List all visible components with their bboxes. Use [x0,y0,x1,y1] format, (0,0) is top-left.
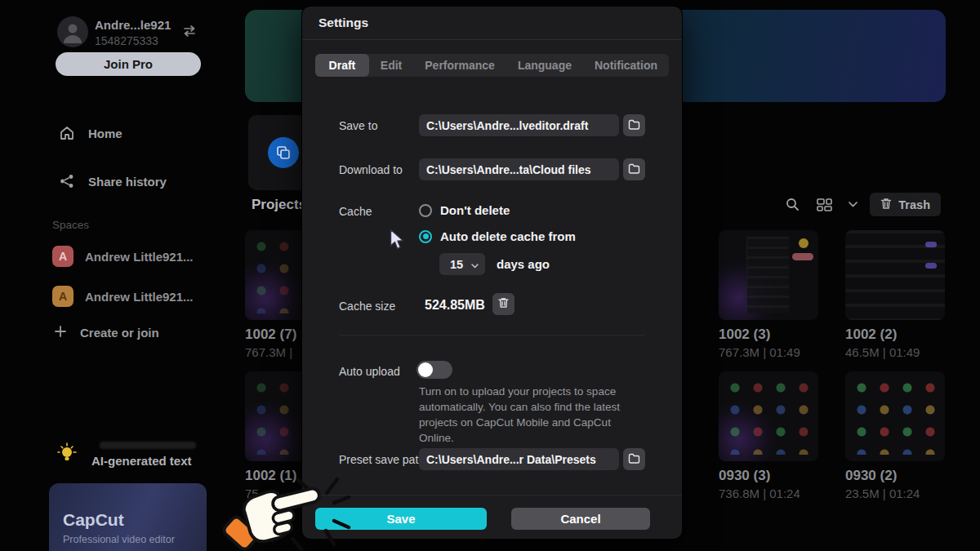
project-name: 1002 (2) [845,327,945,343]
toggle-knob [418,362,433,377]
cache-size-label: Cache size [339,300,395,313]
sidebar-item-share-history[interactable]: Share history [59,173,167,189]
space-badge: A [52,286,74,307]
radio-label: Don't delete [440,203,510,217]
dialog-title: Settings [318,16,368,30]
ai-banner-label: AI-generated text [91,454,255,468]
cache-option-auto-delete[interactable]: Auto delete cache from [419,229,576,243]
user-name: Andre...le921 [95,18,171,32]
tab-language[interactable]: Language [506,54,583,77]
divider [339,335,645,335]
project-name: 0930 (3) [719,468,818,484]
plus-icon [54,325,67,340]
space-name: Andrew Little921... [85,250,194,264]
capcut-brand-card: CapCut Professional video editor [49,483,207,551]
auto-upload-description: Turn on to upload your projects to space… [419,384,644,446]
auto-upload-label: Auto upload [339,365,400,378]
divider [302,39,682,40]
project-thumbnail [845,230,945,320]
cache-label: Cache [339,205,372,218]
search-icon[interactable] [782,194,803,216]
days-suffix-label: days ago [497,257,550,271]
sidebar-item-label: Share history [88,175,167,189]
save-to-label: Save to [339,119,377,132]
project-card[interactable]: 1002 (2) 46.5M | 01:49 [845,230,945,359]
preset-browse-button[interactable] [623,448,645,470]
switch-account-icon[interactable] [181,23,198,39]
sidebar: Andre...le921 1548275333 Join Pro Home S… [0,0,229,551]
trash-icon [498,297,509,312]
project-card[interactable]: 1002 (3) 767.3M | 01:49 [719,230,818,359]
radio-icon [419,204,432,217]
create-or-join-button[interactable]: Create or join [54,325,159,340]
tab-edit[interactable]: Edit [369,54,413,77]
chevron-down-icon[interactable] [847,194,858,216]
share-icon [59,173,75,189]
tab-performance[interactable]: Performance [413,54,506,77]
download-to-input[interactable]: C:\Users\Andre...ta\Cloud files [419,158,619,180]
mouse-cursor-icon [390,229,405,254]
save-to-input[interactable]: C:\Users\Andre...lveditor.draft [419,114,619,136]
clear-cache-button[interactable] [492,293,514,315]
days-dropdown[interactable]: 15 [439,253,485,275]
auto-upload-toggle[interactable] [416,361,452,379]
project-meta: 46.5M | 01:49 [845,345,945,359]
trash-icon [880,198,892,212]
faded-banner-text [100,442,196,449]
radio-selected-icon [419,230,432,243]
project-meta: 767.3M | 01:49 [719,345,818,359]
radio-label: Auto delete cache from [440,229,576,243]
folder-icon [628,162,640,177]
project-card[interactable]: 0930 (2) 23.5M | 01:24 [845,371,945,500]
capcut-window: Projects Trash 1002 (7) 767.3M | 1002 (3… [0,0,980,551]
settings-tabbar: Draft Edit Performance Language Notifica… [315,54,669,77]
days-value: 15 [450,258,463,271]
capcut-tagline: Professional video editor [63,534,175,545]
tab-draft[interactable]: Draft [315,54,369,77]
lightbulb-icon [57,442,77,469]
tab-notification[interactable]: Notification [583,54,669,77]
project-thumbnail [845,371,945,461]
spaces-heading: Spaces [52,219,89,231]
home-icon [59,125,75,141]
sidebar-item-label: Home [88,127,122,140]
trash-button[interactable]: Trash [870,193,941,216]
sidebar-item-home[interactable]: Home [59,125,122,141]
projects-heading: Projects [252,197,306,213]
chevron-down-icon [471,258,479,271]
project-thumbnail [719,230,818,320]
space-name: Andrew Little921... [85,290,194,304]
project-meta: 23.5M | 01:24 [845,487,945,500]
project-card[interactable]: 0930 (3) 736.8M | 01:24 [719,371,818,500]
projects-toolbar: Trash [782,193,941,216]
cache-option-dont-delete[interactable]: Don't delete [419,203,510,217]
create-or-join-label: Create or join [80,326,159,340]
save-to-browse-button[interactable] [623,114,645,136]
capcut-logo: CapCut [63,510,124,530]
download-to-browse-button[interactable] [623,158,645,180]
join-pro-button[interactable]: Join Pro [56,52,201,76]
settings-dialog: Settings Draft Edit Performance Language… [302,7,682,539]
space-badge: A [52,246,74,267]
project-name: 0930 (2) [845,468,945,484]
avatar[interactable] [57,16,88,47]
trash-button-label: Trash [898,198,930,211]
project-name: 1002 (3) [719,327,818,343]
preset-save-path-input[interactable]: C:\Users\Andre...r Data\Presets [419,448,619,470]
divider [302,495,682,495]
cancel-button[interactable]: Cancel [511,508,650,530]
grid-view-icon[interactable] [814,194,835,216]
project-meta: 736.8M | 01:24 [719,487,818,500]
cache-size-value: 524.85MB [425,298,485,313]
folder-icon [628,118,640,133]
gallery-icon [268,137,299,168]
space-item[interactable]: A Andrew Little921... [52,246,194,267]
user-id: 1548275333 [95,34,158,47]
download-to-label: Download to [339,163,403,176]
folder-icon [628,452,640,467]
preset-save-path-label: Preset save path [339,453,425,466]
pointing-hand-icon [222,472,353,551]
space-item[interactable]: A Andrew Little921... [52,286,194,307]
project-thumbnail [719,371,818,461]
